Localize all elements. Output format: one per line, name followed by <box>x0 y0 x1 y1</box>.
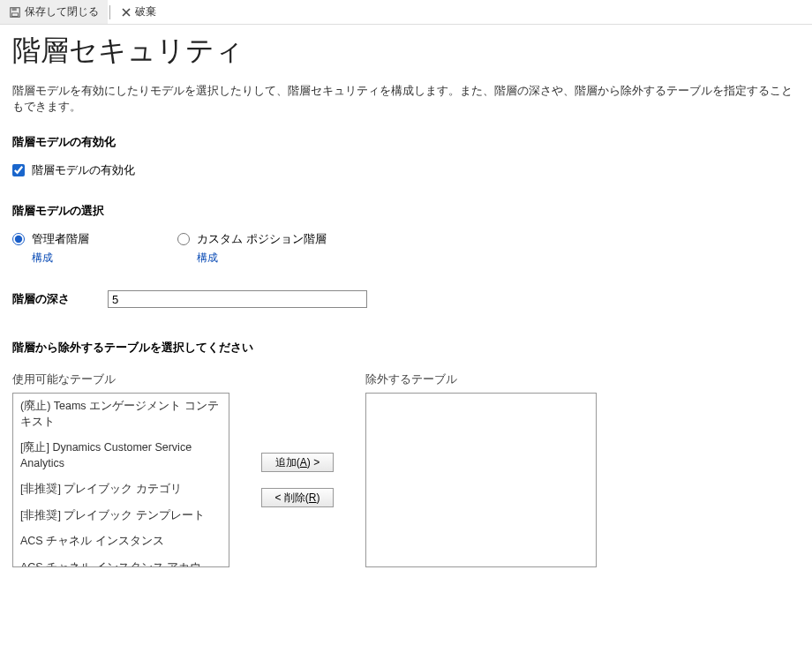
list-item[interactable]: [廃止] Dynamics Customer Service Analytics <box>13 435 229 476</box>
available-listbox[interactable]: (廃止) Teams エンゲージメント コンテキスト[廃止] Dynamics … <box>12 393 229 567</box>
exclude-heading: 階層から除外するテーブルを選択してください <box>12 340 800 356</box>
discard-label: 破棄 <box>135 4 156 19</box>
depth-input[interactable] <box>108 290 367 308</box>
save-icon <box>9 6 21 19</box>
page-title: 階層セキュリティ <box>12 32 800 71</box>
list-item[interactable]: [非推奨] プレイブック カテゴリ <box>13 476 229 503</box>
excluded-listbox[interactable] <box>365 393 597 567</box>
svg-rect-2 <box>12 12 19 16</box>
remove-button[interactable]: < 削除(R) <box>261 488 334 507</box>
list-item[interactable]: ACS チャネル インスタンス <box>13 529 229 555</box>
available-label: 使用可能なテーブル <box>12 371 229 387</box>
configure-custom-link[interactable]: 構成 <box>197 251 327 266</box>
enable-section: 階層モデルの有効化 階層モデルの有効化 <box>12 134 800 178</box>
page-description: 階層モデルを有効にしたりモデルを選択したりして、階層セキュリティを構成します。ま… <box>12 83 800 115</box>
configure-manager-link[interactable]: 構成 <box>32 251 89 266</box>
excluded-label: 除外するテーブル <box>365 371 597 387</box>
list-item[interactable]: ACS チャネル インスタンス アカウ <box>13 555 229 568</box>
close-icon <box>121 7 132 18</box>
radio-custom[interactable] <box>177 233 190 245</box>
model-section: 階層モデルの選択 管理者階層 構成 カスタム ポジション階層 構成 <box>12 203 800 266</box>
list-item[interactable]: [非推奨] プレイブック テンプレート <box>13 503 229 529</box>
model-heading: 階層モデルの選択 <box>12 203 800 219</box>
radio-custom-label[interactable]: カスタム ポジション階層 <box>197 231 327 247</box>
list-item[interactable]: (廃止) Teams エンゲージメント コンテキスト <box>13 394 229 435</box>
radio-manager-label[interactable]: 管理者階層 <box>32 231 89 247</box>
enable-heading: 階層モデルの有効化 <box>12 134 800 150</box>
toolbar: 保存して閉じる 破棄 <box>0 0 812 25</box>
radio-manager[interactable] <box>12 233 25 245</box>
discard-button[interactable]: 破棄 <box>112 0 165 24</box>
save-and-close-label: 保存して閉じる <box>25 4 99 19</box>
save-and-close-button[interactable]: 保存して閉じる <box>0 0 108 24</box>
depth-label: 階層の深さ <box>12 291 108 307</box>
enable-checkbox[interactable] <box>12 164 25 176</box>
enable-checkbox-label[interactable]: 階層モデルの有効化 <box>32 162 135 178</box>
exclude-section: 階層から除外するテーブルを選択してください 使用可能なテーブル (廃止) Tea… <box>12 340 800 567</box>
svg-rect-1 <box>12 7 17 11</box>
add-button[interactable]: 追加(A) > <box>261 453 334 472</box>
toolbar-separator <box>109 5 110 19</box>
depth-row: 階層の深さ <box>12 290 800 308</box>
